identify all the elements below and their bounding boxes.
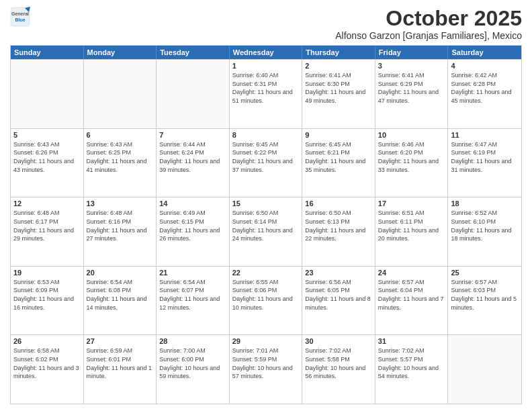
header-saturday: Saturday [448,46,521,59]
header-tuesday: Tuesday [157,46,230,59]
day-number: 4 [451,62,519,70]
day-number: 14 [159,199,226,208]
day-cell-w3-d5: 16Sunrise: 6:50 AM Sunset: 6:13 PM Dayli… [302,197,375,266]
logo-svg: General Blue [10,7,30,27]
day-info: Sunrise: 6:45 AM Sunset: 6:22 PM Dayligh… [232,140,300,174]
day-info: Sunrise: 6:49 AM Sunset: 6:15 PM Dayligh… [159,209,226,242]
day-number: 28 [159,337,226,345]
subtitle: Alfonso Garzon [Granjas Familiares], Mex… [335,30,522,41]
day-info: Sunrise: 6:50 AM Sunset: 6:13 PM Dayligh… [305,209,372,242]
day-info: Sunrise: 6:51 AM Sunset: 6:11 PM Dayligh… [378,209,445,242]
day-info: Sunrise: 6:43 AM Sunset: 6:26 PM Dayligh… [13,140,81,174]
title-section: October 2025 Alfonso Garzon [Granjas Fam… [335,7,522,41]
week-row-5: 26Sunrise: 6:58 AM Sunset: 6:02 PM Dayli… [11,334,521,404]
week-row-4: 19Sunrise: 6:53 AM Sunset: 6:09 PM Dayli… [11,266,521,335]
day-number: 21 [159,269,226,277]
day-info: Sunrise: 7:02 AM Sunset: 5:58 PM Dayligh… [305,347,372,380]
day-number: 22 [232,269,300,277]
day-cell-w4-d4: 22Sunrise: 6:55 AM Sunset: 6:06 PM Dayli… [230,267,303,335]
day-cell-w5-d2: 27Sunrise: 6:59 AM Sunset: 6:01 PM Dayli… [84,335,157,404]
day-cell-w4-d1: 19Sunrise: 6:53 AM Sunset: 6:09 PM Dayli… [11,267,84,335]
day-info: Sunrise: 6:41 AM Sunset: 6:30 PM Dayligh… [305,71,372,105]
day-info: Sunrise: 6:50 AM Sunset: 6:14 PM Dayligh… [232,209,300,242]
day-info: Sunrise: 6:54 AM Sunset: 6:08 PM Dayligh… [87,278,154,312]
day-cell-w3-d7: 18Sunrise: 6:52 AM Sunset: 6:10 PM Dayli… [448,197,521,266]
day-cell-w2-d3: 7Sunrise: 6:44 AM Sunset: 6:24 PM Daylig… [157,129,230,197]
day-info: Sunrise: 6:48 AM Sunset: 6:17 PM Dayligh… [13,209,81,242]
day-info: Sunrise: 6:54 AM Sunset: 6:07 PM Dayligh… [159,278,226,312]
day-info: Sunrise: 7:01 AM Sunset: 5:59 PM Dayligh… [232,347,300,380]
day-number: 3 [378,62,445,70]
day-number: 31 [378,337,445,345]
day-number: 20 [87,269,154,277]
day-number: 29 [232,337,300,345]
header-thursday: Thursday [302,46,375,59]
day-cell-w4-d5: 23Sunrise: 6:56 AM Sunset: 6:05 PM Dayli… [302,267,375,335]
day-cell-w3-d1: 12Sunrise: 6:48 AM Sunset: 6:17 PM Dayli… [11,197,84,266]
day-info: Sunrise: 6:46 AM Sunset: 6:20 PM Dayligh… [378,140,445,174]
day-number: 23 [305,269,372,277]
day-cell-w5-d3: 28Sunrise: 7:00 AM Sunset: 6:00 PM Dayli… [157,335,230,404]
day-number: 25 [451,269,519,277]
day-cell-w5-d7 [448,335,521,404]
day-cell-w4-d7: 25Sunrise: 6:57 AM Sunset: 6:03 PM Dayli… [448,267,521,335]
day-info: Sunrise: 6:57 AM Sunset: 6:03 PM Dayligh… [451,278,519,312]
day-info: Sunrise: 7:00 AM Sunset: 6:00 PM Dayligh… [159,347,226,380]
day-number: 8 [232,131,300,139]
day-info: Sunrise: 6:43 AM Sunset: 6:25 PM Dayligh… [87,140,154,174]
day-cell-w3-d4: 15Sunrise: 6:50 AM Sunset: 6:14 PM Dayli… [230,197,303,266]
header-monday: Monday [84,46,157,59]
day-number: 27 [87,337,154,345]
svg-text:General: General [11,11,29,16]
day-number: 18 [451,199,519,208]
day-info: Sunrise: 6:48 AM Sunset: 6:16 PM Dayligh… [87,209,154,242]
day-cell-w4-d6: 24Sunrise: 6:57 AM Sunset: 6:04 PM Dayli… [375,267,449,335]
day-cell-w3-d2: 13Sunrise: 6:48 AM Sunset: 6:16 PM Dayli… [84,197,157,266]
day-cell-w1-d3 [157,60,230,128]
day-info: Sunrise: 6:41 AM Sunset: 6:29 PM Dayligh… [378,71,445,105]
header: General Blue October 2025 Alfonso Garzon… [10,7,522,41]
header-wednesday: Wednesday [230,46,303,59]
day-cell-w1-d7: 4Sunrise: 6:42 AM Sunset: 6:28 PM Daylig… [448,60,521,128]
day-cell-w5-d1: 26Sunrise: 6:58 AM Sunset: 6:02 PM Dayli… [11,335,84,404]
calendar-header: Sunday Monday Tuesday Wednesday Thursday… [11,46,521,59]
day-info: Sunrise: 6:59 AM Sunset: 6:01 PM Dayligh… [87,347,154,380]
day-info: Sunrise: 6:40 AM Sunset: 6:31 PM Dayligh… [232,71,300,105]
day-cell-w3-d6: 17Sunrise: 6:51 AM Sunset: 6:11 PM Dayli… [375,197,449,266]
day-number: 24 [378,269,445,277]
day-cell-w5-d6: 31Sunrise: 7:02 AM Sunset: 5:57 PM Dayli… [375,335,449,404]
day-cell-w1-d2 [84,60,157,128]
week-row-1: 1Sunrise: 6:40 AM Sunset: 6:31 PM Daylig… [11,59,521,128]
day-number: 17 [378,199,445,208]
day-number: 19 [13,269,81,277]
day-info: Sunrise: 6:47 AM Sunset: 6:19 PM Dayligh… [451,140,519,174]
svg-rect-0 [11,7,30,26]
day-cell-w1-d1 [11,60,84,128]
day-number: 15 [232,199,300,208]
day-number: 6 [87,131,154,139]
day-info: Sunrise: 6:57 AM Sunset: 6:04 PM Dayligh… [378,278,445,312]
day-cell-w4-d3: 21Sunrise: 6:54 AM Sunset: 6:07 PM Dayli… [157,267,230,335]
calendar-body: 1Sunrise: 6:40 AM Sunset: 6:31 PM Daylig… [11,59,521,404]
header-sunday: Sunday [11,46,84,59]
header-friday: Friday [375,46,449,59]
day-number: 16 [305,199,372,208]
week-row-3: 12Sunrise: 6:48 AM Sunset: 6:17 PM Dayli… [11,197,521,266]
day-cell-w2-d5: 9Sunrise: 6:45 AM Sunset: 6:21 PM Daylig… [302,129,375,197]
day-number: 13 [87,199,154,208]
day-cell-w2-d1: 5Sunrise: 6:43 AM Sunset: 6:26 PM Daylig… [11,129,84,197]
day-cell-w1-d6: 3Sunrise: 6:41 AM Sunset: 6:29 PM Daylig… [375,60,449,128]
day-number: 30 [305,337,372,345]
week-row-2: 5Sunrise: 6:43 AM Sunset: 6:26 PM Daylig… [11,128,521,197]
calendar: Sunday Monday Tuesday Wednesday Thursday… [10,45,522,404]
page: General Blue October 2025 Alfonso Garzon… [0,0,532,411]
day-number: 26 [13,337,81,345]
day-info: Sunrise: 6:44 AM Sunset: 6:24 PM Dayligh… [159,140,226,174]
day-cell-w5-d4: 29Sunrise: 7:01 AM Sunset: 5:59 PM Dayli… [230,335,303,404]
day-number: 5 [13,131,81,139]
day-number: 10 [378,131,445,139]
day-number: 1 [232,62,300,70]
day-number: 2 [305,62,372,70]
day-cell-w2-d4: 8Sunrise: 6:45 AM Sunset: 6:22 PM Daylig… [230,129,303,197]
day-cell-w1-d5: 2Sunrise: 6:41 AM Sunset: 6:30 PM Daylig… [302,60,375,128]
